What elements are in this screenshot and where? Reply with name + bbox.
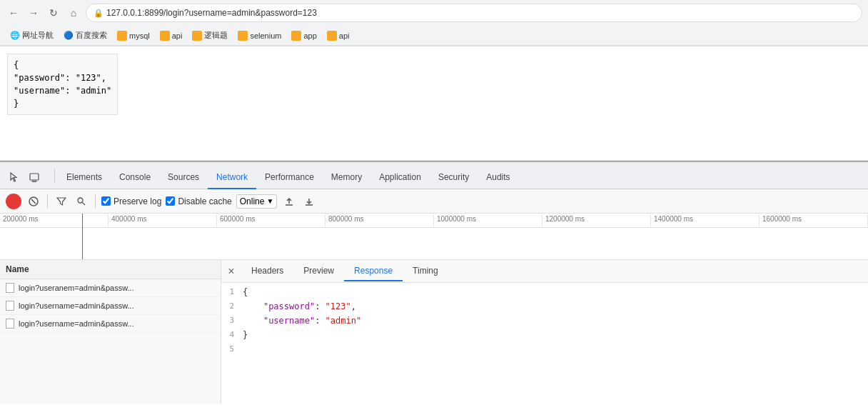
- disable-cache-input[interactable]: [166, 196, 175, 206]
- list-item[interactable]: login?username=admin&passw...: [0, 315, 221, 333]
- preserve-log-checkbox[interactable]: Preserve log: [101, 196, 161, 206]
- ruler-mark: 1600000 ms: [760, 214, 868, 227]
- back-button[interactable]: ←: [6, 5, 21, 21]
- ruler-mark: 200000 ms: [0, 214, 108, 227]
- tab-memory[interactable]: Memory: [323, 166, 370, 189]
- url-text: 127.0.0.1:8899/login?username=admin&pass…: [106, 8, 317, 18]
- detail-tab-headers[interactable]: Headers: [241, 261, 293, 281]
- detail-close-button[interactable]: ×: [221, 261, 241, 281]
- record-button[interactable]: [6, 194, 21, 209]
- name-text: login?username=admin&passw...: [19, 301, 134, 310]
- bookmarks-bar: 🌐 网址导航 🔵 百度搜索 mysql api 逻辑题 selenium app: [0, 26, 868, 46]
- code-line: 4 }: [221, 329, 868, 343]
- online-label: Online: [240, 196, 265, 206]
- tab-sources[interactable]: Sources: [159, 166, 208, 189]
- bookmark-item[interactable]: mysql: [113, 29, 154, 42]
- list-item[interactable]: login?username=admin&passw...: [0, 297, 221, 315]
- toolbar-separator: [47, 194, 48, 209]
- svg-line-3: [31, 199, 36, 204]
- cursor-icon-btn[interactable]: [6, 169, 23, 186]
- json-display: { "password": "123", "username": "admin"…: [7, 54, 118, 115]
- disable-cache-label: Disable cache: [178, 196, 231, 206]
- ruler-mark: 800000 ms: [326, 214, 434, 227]
- timeline-area: 200000 ms 400000 ms 600000 ms 800000 ms …: [0, 214, 868, 260]
- line-number: 4: [221, 329, 243, 341]
- tab-audits[interactable]: Audits: [478, 166, 518, 189]
- forward-button[interactable]: →: [26, 5, 41, 21]
- code-line: 5: [221, 343, 868, 357]
- bookmark-item[interactable]: api: [323, 29, 354, 42]
- chevron-down-icon: ▼: [266, 197, 273, 205]
- preserve-log-label: Preserve log: [113, 196, 161, 206]
- network-toolbar: Preserve log Disable cache Online ▼: [0, 189, 868, 214]
- device-icon-btn[interactable]: [26, 169, 43, 186]
- tab-separator: [54, 169, 55, 183]
- tab-application[interactable]: Application: [370, 166, 430, 189]
- bookmark-label: api: [339, 31, 350, 40]
- folder-icon: [160, 31, 170, 41]
- bookmark-label: api: [172, 31, 183, 40]
- line-number: 5: [221, 343, 243, 356]
- bookmark-label: selenium: [250, 31, 281, 40]
- ruler-mark: 1000000 ms: [434, 214, 542, 227]
- download-button[interactable]: [301, 194, 317, 209]
- code-content: {: [243, 286, 248, 299]
- code-content: "username": "admin": [243, 314, 361, 328]
- bookmark-item[interactable]: app: [287, 29, 321, 42]
- online-select[interactable]: Online ▼: [236, 194, 278, 209]
- tab-network[interactable]: Network: [208, 166, 256, 189]
- devtools-icons: [6, 169, 43, 189]
- file-icon: [6, 301, 14, 311]
- detail-panel: × Headers Preview Response Timing 1 {: [221, 260, 868, 404]
- browser-chrome: ← → ↻ ⌂ 🔒 127.0.0.1:8899/login?username=…: [0, 0, 868, 46]
- name-text: login?useranem=admin&passw...: [19, 284, 134, 292]
- bookmark-label: mysql: [129, 31, 150, 40]
- home-button[interactable]: ⌂: [66, 5, 81, 21]
- code-line: 3 "username": "admin": [221, 314, 868, 329]
- preserve-log-input[interactable]: [101, 196, 111, 206]
- folder-icon: [192, 31, 202, 41]
- upload-button[interactable]: [281, 194, 297, 209]
- bookmark-item[interactable]: selenium: [233, 29, 286, 42]
- reload-button[interactable]: ↻: [46, 5, 61, 21]
- address-bar[interactable]: 🔒 127.0.0.1:8899/login?username=admin&pa…: [86, 4, 862, 22]
- json-line4: }: [14, 97, 111, 110]
- devtools-panel: Elements Console Sources Network Perform…: [0, 161, 868, 404]
- bookmark-item[interactable]: 🔵 百度搜索: [59, 29, 111, 42]
- code-line: 2 "password": "123",: [221, 300, 868, 314]
- ruler-mark: 600000 ms: [217, 214, 326, 227]
- timeline-ruler: 200000 ms 400000 ms 600000 ms 800000 ms …: [0, 214, 868, 228]
- bookmark-label: 百度搜索: [76, 30, 107, 41]
- file-icon: [6, 283, 14, 293]
- name-header: Name: [0, 260, 221, 279]
- disable-cache-checkbox[interactable]: Disable cache: [166, 196, 231, 206]
- name-list: Name login?useranem=admin&passw... login…: [0, 260, 221, 404]
- json-line2: "password": "123",: [14, 71, 111, 84]
- line-number: 1: [221, 286, 243, 299]
- stop-button[interactable]: [26, 194, 41, 209]
- folder-icon: [238, 31, 248, 41]
- detail-tab-timing[interactable]: Timing: [403, 261, 448, 281]
- detail-tab-response[interactable]: Response: [344, 261, 403, 281]
- timeline-cursor: [82, 214, 83, 259]
- detail-tab-preview[interactable]: Preview: [293, 261, 344, 281]
- bookmark-label: 网址导航: [22, 30, 54, 41]
- baidu-icon: 🔵: [64, 31, 74, 40]
- bookmark-item[interactable]: 🌐 网址导航: [6, 29, 58, 42]
- bookmark-item[interactable]: 逻辑题: [188, 29, 232, 42]
- tab-console[interactable]: Console: [111, 166, 159, 189]
- file-icon: [6, 319, 14, 329]
- bookmark-label: 逻辑题: [204, 30, 228, 41]
- filter-icon-btn[interactable]: [54, 194, 69, 209]
- svg-line-6: [83, 202, 86, 205]
- tab-performance[interactable]: Performance: [256, 166, 323, 189]
- search-icon-btn[interactable]: [74, 194, 89, 209]
- tab-security[interactable]: Security: [430, 166, 478, 189]
- line-number: 3: [221, 314, 243, 327]
- tab-elements[interactable]: Elements: [58, 166, 111, 189]
- list-item[interactable]: login?useranem=admin&passw...: [0, 279, 221, 297]
- lock-icon: 🔒: [94, 9, 104, 18]
- name-text: login?username=admin&passw...: [19, 319, 134, 328]
- bookmark-item[interactable]: api: [156, 29, 187, 42]
- browser-toolbar: ← → ↻ ⌂ 🔒 127.0.0.1:8899/login?username=…: [0, 0, 868, 26]
